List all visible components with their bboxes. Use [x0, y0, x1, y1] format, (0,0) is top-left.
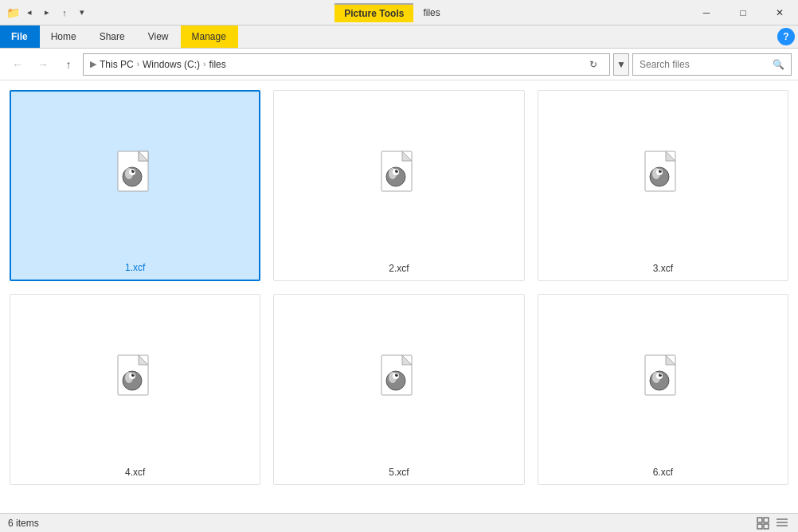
toolbar: ← → ↑ ▶ This PC › Windows (C:) › files ↻… [0, 49, 798, 80]
qa-up[interactable]: ↑ [57, 5, 72, 21]
svg-point-21 [661, 170, 663, 171]
help-button[interactable]: ? [777, 28, 795, 45]
svg-rect-44 [764, 518, 769, 522]
file-label-5: 5.xcf [389, 467, 409, 478]
tab-view[interactable]: View [137, 25, 181, 48]
path-segment-files[interactable]: files [209, 59, 225, 70]
title-bar: 📁 ◂ ▸ ↑ ▾ Picture Tools files ─ □ ✕ [0, 0, 798, 25]
address-dropdown[interactable]: ▼ [613, 53, 629, 76]
file-item-6[interactable]: 6.xcf [538, 294, 788, 485]
path-segment-windows[interactable]: Windows (C:) [143, 59, 200, 70]
search-input[interactable] [640, 59, 769, 70]
path-arrow-2: › [203, 60, 205, 68]
large-icons-icon [757, 517, 769, 530]
file-icon-wrap-2 [375, 97, 423, 258]
svg-rect-46 [764, 524, 769, 529]
back-button[interactable]: ← [6, 53, 29, 76]
tab-manage[interactable]: Manage [181, 25, 238, 48]
quick-access: 📁 ◂ ▸ ↑ ▾ [6, 5, 90, 21]
view-large-icons[interactable] [755, 515, 771, 531]
address-bar[interactable]: ▶ This PC › Windows (C:) › files ↻ [83, 53, 610, 76]
file-item-5[interactable]: 5.xcf [273, 294, 524, 485]
status-bar: 6 items [0, 513, 798, 532]
gimp-file-icon-6 [639, 354, 687, 409]
qa-forward[interactable]: ▸ [39, 5, 55, 21]
maximize-button[interactable]: □ [725, 0, 761, 25]
gimp-file-icon-2 [375, 150, 423, 205]
file-item-2[interactable]: 2.xcf [273, 90, 524, 281]
title-bar-left: 📁 ◂ ▸ ↑ ▾ [0, 0, 96, 25]
file-grid: 1.xcf 2.xcf [10, 90, 788, 485]
up-button[interactable]: ↑ [57, 53, 80, 76]
search-box[interactable]: 🔍 [632, 53, 792, 76]
main-content: 1.xcf 2.xcf [0, 80, 798, 513]
qa-dropdown[interactable]: ▾ [74, 5, 90, 21]
ribbon-tabs: File Home Share View Manage ? [0, 25, 798, 48]
tab-file[interactable]: File [0, 25, 40, 48]
forward-button[interactable]: → [32, 53, 54, 76]
qa-back[interactable]: ◂ [22, 5, 37, 21]
file-icon-wrap-6 [639, 301, 687, 462]
search-icon[interactable]: 🔍 [773, 59, 784, 70]
file-icon-wrap-1 [111, 98, 159, 257]
status-right [755, 515, 790, 531]
refresh-button[interactable]: ↻ [584, 55, 603, 74]
svg-rect-45 [757, 524, 762, 529]
nav-icon: ▶ [90, 59, 96, 69]
gimp-file-icon-5 [375, 354, 423, 409]
tab-home[interactable]: Home [40, 25, 88, 48]
file-icon-wrap-5 [375, 301, 423, 462]
gimp-file-icon-3 [639, 150, 687, 205]
ribbon: File Home Share View Manage ? [0, 25, 798, 49]
item-count: 6 items [8, 518, 39, 529]
file-icon-wrap-3 [639, 97, 687, 258]
file-label-6: 6.xcf [653, 467, 673, 478]
file-icon-wrap-4 [111, 301, 159, 462]
title-bar-controls: ─ □ ✕ [688, 0, 798, 25]
minimize-button[interactable]: ─ [688, 0, 725, 25]
close-button[interactable]: ✕ [761, 0, 798, 25]
folder-icon: 📁 [6, 6, 20, 19]
svg-point-28 [133, 374, 135, 375]
title-center: Picture Tools files [96, 0, 688, 25]
file-label-1: 1.xcf [125, 262, 145, 273]
file-item-3[interactable]: 3.xcf [538, 90, 788, 281]
details-icon [776, 517, 788, 530]
svg-point-35 [397, 374, 398, 375]
path-arrow-1: › [137, 60, 139, 68]
file-label-3: 3.xcf [653, 263, 673, 274]
tab-share[interactable]: Share [88, 25, 137, 48]
svg-point-42 [661, 374, 663, 375]
gimp-file-icon-4 [111, 354, 159, 409]
file-label-2: 2.xcf [389, 263, 409, 274]
picture-tools-tab: Picture Tools [334, 3, 413, 22]
gimp-file-icon-1 [111, 150, 159, 205]
file-item-4[interactable]: 4.xcf [10, 294, 260, 485]
svg-point-14 [397, 170, 398, 171]
file-item-1[interactable]: 1.xcf [10, 90, 260, 281]
window-title: files [413, 7, 449, 18]
svg-point-7 [133, 170, 135, 171]
svg-rect-43 [757, 518, 762, 522]
file-label-4: 4.xcf [125, 467, 145, 478]
view-details[interactable] [774, 515, 790, 531]
path-segment-thispc[interactable]: This PC [100, 59, 134, 70]
